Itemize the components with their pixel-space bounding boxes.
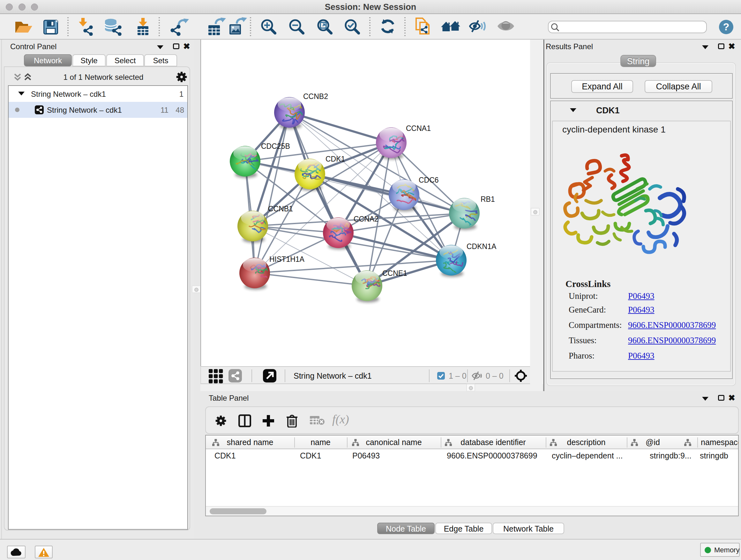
- svg-text:CDC6: CDC6: [419, 176, 439, 184]
- svg-text:CCNB1: CCNB1: [268, 205, 293, 213]
- svg-text:CDKN1A: CDKN1A: [467, 242, 496, 251]
- svg-text:CCNE1: CCNE1: [382, 269, 407, 277]
- svg-text:RB1: RB1: [481, 195, 495, 203]
- svg-text:CCNB2: CCNB2: [303, 92, 328, 101]
- svg-text:HIST1H1A: HIST1H1A: [269, 255, 305, 263]
- svg-text:CCNA1: CCNA1: [406, 124, 431, 132]
- svg-text:CDK1: CDK1: [326, 155, 345, 163]
- svg-text:CDC25B: CDC25B: [261, 142, 290, 150]
- svg-text:CCNA2: CCNA2: [354, 215, 379, 223]
